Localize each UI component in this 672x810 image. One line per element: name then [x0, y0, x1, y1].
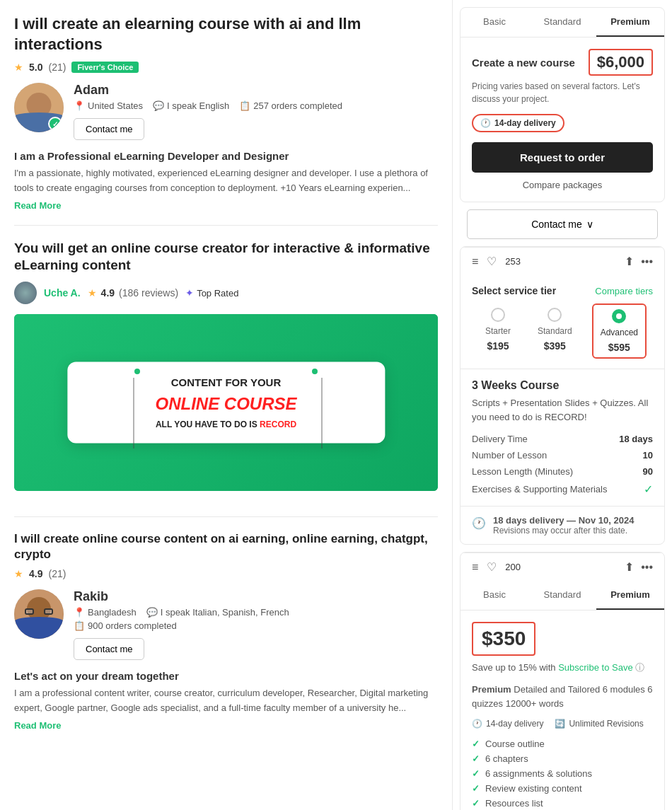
tier-title-label: Select service tier	[472, 285, 556, 296]
contact-me-button[interactable]: Contact me ∨	[467, 209, 658, 239]
tier-option-advanced[interactable]: Advanced $595	[592, 303, 647, 359]
review-count-3: (21)	[48, 568, 66, 579]
seller-name-3: Rakib	[74, 589, 289, 604]
orders-icon-3: 📋	[74, 620, 85, 631]
record-text: RECORD	[260, 420, 296, 429]
desc-heading-3: Let's act on your dream together	[14, 670, 438, 682]
seller-name-2[interactable]: Uche A.	[44, 287, 81, 299]
course-img-line2: ONLINE COURSE	[79, 394, 373, 414]
tab-basic-2[interactable]: Basic	[460, 581, 528, 610]
star-icon-1: ★	[14, 62, 23, 73]
clock-icon-2: 🕐	[472, 719, 482, 729]
icons-right-top: ⬆ •••	[625, 255, 653, 268]
heart-icon-2[interactable]: ♡	[487, 560, 497, 574]
star-icon-2: ★	[88, 287, 97, 299]
menu-icon-top[interactable]: ≡	[472, 255, 478, 268]
rating-value-2: 4.9	[101, 287, 115, 299]
top-rated-icon: ✦	[185, 287, 194, 299]
pricing-panel-1: Basic Standard Premium Create a new cour…	[460, 7, 665, 202]
listing-card-3: I will create online course content on a…	[14, 531, 438, 745]
tier-option-standard[interactable]: Standard $395	[531, 303, 579, 359]
seller-country-3: 📍 Bangladesh	[74, 607, 137, 618]
info-icon: ⓘ	[635, 662, 644, 673]
fiverr-choice-badge: Fiverr's Choice	[71, 62, 139, 73]
icons-right-2: ⬆ •••	[625, 560, 653, 574]
share-icon-2[interactable]: ⬆	[625, 560, 634, 574]
tier-option-starter[interactable]: Starter $195	[478, 303, 518, 359]
request-order-button-1[interactable]: Request to order	[472, 142, 653, 173]
listing-title-3: I will create online course content on a…	[14, 531, 438, 562]
count-badge-2: 200	[505, 562, 521, 572]
tab-premium-2[interactable]: Premium	[596, 581, 664, 610]
panel-body-1: Create a new course $6,000 Pricing varie…	[460, 37, 664, 202]
compare-packages-link-1[interactable]: Compare packages	[472, 180, 653, 190]
course-img-line1: CONTENT FOR YOUR	[79, 376, 373, 388]
tier-course-desc: Scripts + Presentation Slides + Quizzes.…	[472, 396, 653, 424]
tier-name-starter: Starter	[485, 326, 511, 336]
count-badge-top: 253	[505, 256, 521, 267]
share-icon-top[interactable]: ⬆	[625, 255, 634, 268]
delivery-text: 18 days delivery — Nov 10, 2024 Revision…	[493, 515, 634, 536]
icons-row-2: ≡ ♡ 200 ⬆ •••	[460, 552, 664, 581]
seller-row-1: Adam 📍 United States 💬 I speak English 📋	[14, 83, 438, 140]
tier-price-starter: $195	[487, 340, 509, 352]
refresh-icon: 🔄	[555, 719, 565, 729]
more-icon-2[interactable]: •••	[641, 560, 653, 574]
top-rated-badge: ✦ Top Rated	[185, 287, 238, 299]
read-more-link-3[interactable]: Read More	[14, 720, 438, 731]
tier-course-title: 3 Weeks Course	[472, 379, 653, 392]
listing-title-2: You will get an online course creator fo…	[14, 240, 438, 274]
icons-left-top: ≡ ♡ 253	[472, 255, 521, 268]
panel2-price: $350	[472, 622, 535, 656]
seller-orders-1: 📋 257 orders completed	[239, 100, 342, 111]
tier-radio-standard	[548, 308, 562, 322]
listing-card-1: I will create an elearning course with a…	[14, 14, 438, 226]
course-thumbnail: CONTENT FOR YOUR ONLINE COURSE ALL YOU H…	[14, 314, 438, 491]
course-img-line3: ALL YOU HAVE TO DO IS RECORD	[79, 420, 373, 429]
avatar-2	[14, 282, 37, 304]
rating-row-2: ★ 4.9 (186 reviews)	[88, 287, 179, 299]
avatar-3	[14, 589, 64, 639]
seller-info-1: Adam 📍 United States 💬 I speak English 📋	[74, 83, 342, 140]
feature-5: ✓ Resources list	[472, 798, 653, 809]
contact-button-1[interactable]: Contact me	[74, 118, 144, 140]
pricing-panel-2: ≡ ♡ 200 ⬆ ••• Basic Standard Premium	[460, 552, 665, 810]
tab-standard-2[interactable]: Standard	[528, 581, 596, 610]
tier-name-advanced: Advanced	[601, 328, 638, 337]
package-price-1: $6,000	[589, 49, 653, 76]
tab-standard-1[interactable]: Standard	[528, 8, 596, 37]
subscribe-row: Save up to 15% with Subscribe to Save ⓘ	[472, 661, 653, 674]
rating-value-1: 5.0	[29, 62, 42, 73]
read-more-link-1[interactable]: Read More	[14, 200, 438, 211]
icons-row-top: ≡ ♡ 253 ⬆ •••	[460, 247, 664, 275]
check-icon-3: ✓	[472, 768, 480, 779]
seller-language-3: 💬 I speak Italian, Spanish, French	[146, 607, 289, 618]
tab-group-1: Basic Standard Premium	[460, 8, 664, 37]
check-icon-4: ✓	[472, 783, 480, 794]
delivery-info-2: 🕐 14-day delivery 🔄 Unlimited Revisions	[472, 719, 653, 729]
service-tier-panel: ≡ ♡ 253 ⬆ ••• Select service tier Compar…	[460, 246, 665, 545]
more-icon-top[interactable]: •••	[641, 255, 653, 268]
orders-icon-1: 📋	[239, 100, 250, 111]
tier-body: 3 Weeks Course Scripts + Presentation Sl…	[460, 369, 664, 506]
tier-options-row: Starter $195 Standard $395 Advanced $595	[460, 303, 664, 369]
tier-name-standard: Standard	[538, 326, 572, 336]
delivery-item-revisions: 🔄 Unlimited Revisions	[555, 719, 643, 729]
review-count-1: (21)	[48, 62, 66, 73]
delivery-badge-1: 🕐 14-day delivery	[472, 114, 564, 132]
heart-icon-top[interactable]: ♡	[487, 255, 497, 268]
feature-3: ✓ 6 assignments & solutions	[472, 768, 653, 779]
menu-icon-2[interactable]: ≡	[472, 561, 478, 574]
package-title-row-1: Create a new course $6,000	[472, 49, 653, 76]
contact-me-row: Contact me ∨	[460, 209, 665, 239]
tier-price-advanced: $595	[608, 342, 630, 353]
subscribe-to-save-link[interactable]: Subscribe to Save	[558, 662, 633, 673]
contact-button-3[interactable]: Contact me	[74, 638, 144, 660]
tab-premium-1[interactable]: Premium	[596, 8, 664, 37]
compare-tiers-link[interactable]: Compare tiers	[595, 286, 653, 296]
package-name-1: Create a new course	[472, 57, 575, 69]
rating-value-3: 4.9	[29, 568, 42, 579]
check-icon-1: ✓	[472, 739, 480, 749]
rating-row-3: ★ 4.9 (21)	[14, 568, 438, 579]
tab-basic-1[interactable]: Basic	[460, 8, 528, 37]
